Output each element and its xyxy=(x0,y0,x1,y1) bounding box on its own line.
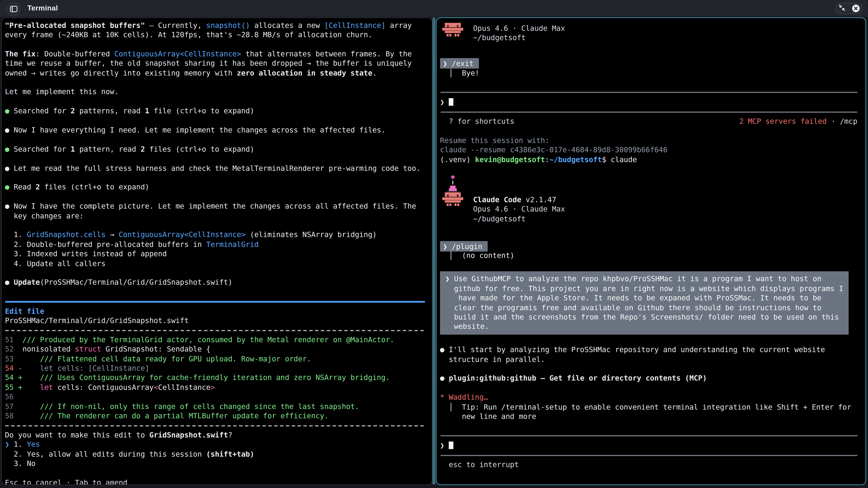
text-segment: 2 xyxy=(70,106,75,115)
text-segment: /// The renderer can do a partial MTLBuf… xyxy=(23,411,329,420)
terminal-line: structure in parallel. xyxy=(440,355,862,364)
separator-line xyxy=(5,301,425,302)
terminal-line: 52 nonisolated struct GridSnapshot: Send… xyxy=(5,345,428,354)
text-segment: * Waddling… xyxy=(440,393,488,401)
text-segment: Do you want to make this edit to xyxy=(5,430,149,439)
blank-line xyxy=(5,135,428,144)
separator xyxy=(440,88,862,97)
text-segment: /// If non-nil, only this range of cells… xyxy=(23,402,359,411)
window-controls xyxy=(835,3,863,14)
claude-mascot-icon xyxy=(442,23,463,37)
separator xyxy=(440,431,862,441)
text-segment: Resume this session with: xyxy=(440,136,549,145)
text-segment: 57 xyxy=(5,402,23,411)
terminal-line: 55 + let cells: ContiguousArray<CellInst… xyxy=(5,383,428,392)
text-segment: (.venv) xyxy=(440,155,475,164)
title-bar: Terminal xyxy=(0,0,868,17)
text-segment: ProSSHMac/Terminal/Grid/GridSnapshot.swi… xyxy=(5,316,189,325)
claude-mascot-icon xyxy=(442,175,463,207)
terminal-line: ● plugin:github:github — Get file or dir… xyxy=(440,374,862,383)
text-segment: ● xyxy=(5,106,14,115)
banner-line: Opus 4.6 · Claude Max xyxy=(473,204,565,214)
text-segment: 51 xyxy=(5,335,23,344)
text-segment: (ProSSHMac/Terminal/Grid/GridSnapshot.sw… xyxy=(40,278,232,287)
text-segment: /// Flattened cell data ready for GPU up… xyxy=(23,354,311,363)
terminal-line: 58 /// The renderer can do a partial MTL… xyxy=(5,411,428,421)
separator xyxy=(440,107,862,117)
blank-line xyxy=(5,268,428,278)
text-segment: 2 MCP servers failed xyxy=(739,117,827,126)
blank-line xyxy=(440,78,862,88)
blank-line xyxy=(440,165,862,174)
text-segment: Now I have everything I need. Let me imp… xyxy=(14,126,385,134)
pane-divider[interactable] xyxy=(432,18,435,485)
text-segment: 2 xyxy=(141,144,145,153)
text-segment: every frame (~240KB at 10K cells). At 12… xyxy=(5,30,372,39)
text-segment: key changes are: xyxy=(5,211,84,220)
text-segment: ● xyxy=(5,183,14,191)
terminal-line: ProSSHMac/Terminal/Grid/GridSnapshot.swi… xyxy=(5,316,428,326)
text-segment: time we reuse a buffer, the old snapshot… xyxy=(5,59,412,67)
command-line: ❯ /plugin xyxy=(440,242,862,251)
text-segment: esc to interrupt xyxy=(440,460,519,469)
text-segment: Read xyxy=(14,183,36,191)
text-cursor xyxy=(449,98,453,106)
text-segment: 1. xyxy=(5,230,27,239)
blank-line xyxy=(5,221,428,230)
text-segment: I'll start by analyzing the ProSSHMac re… xyxy=(449,345,825,354)
terminal-line: new line and more xyxy=(440,412,862,421)
claude-banner: Claude Code v2.1.47Opus 4.6 · Claude Max… xyxy=(440,174,862,232)
terminal-window: Terminal "Pre-allocated snapshot buffers… xyxy=(0,0,868,488)
text-segment: 52 xyxy=(5,345,23,353)
terminal-line: Let me implement this now. xyxy=(5,87,428,97)
text-segment: ~/budgetsoft xyxy=(473,214,526,223)
banner-line: Claude Code v2.1.47 xyxy=(473,195,565,204)
terminal-line: 2. Double-buffered pre-allocated buffers… xyxy=(5,240,428,249)
status-left: ? for shortcuts xyxy=(440,117,515,126)
text-segment: Edit file xyxy=(5,306,44,315)
window-title: Terminal xyxy=(27,4,58,12)
text-segment: ContiguousArray<CellInstance> xyxy=(114,49,241,58)
text-segment: ● xyxy=(5,126,14,134)
terminal-line: 3. No xyxy=(5,459,428,468)
text-segment: Searched for xyxy=(14,106,71,115)
prompt-input[interactable]: ❯ xyxy=(440,97,862,107)
text-segment: files (ctrl+o to expand) xyxy=(40,183,149,191)
blank-line xyxy=(5,78,428,87)
terminal-line: 1. GridSnapshot.cells → ContiguousArray<… xyxy=(5,230,428,240)
separator xyxy=(5,326,428,335)
terminal-line: │ Tip: Run /terminal-setup to enable con… xyxy=(440,402,862,412)
sidebar-toggle-button[interactable] xyxy=(6,2,20,16)
collapse-button[interactable] xyxy=(838,3,846,14)
status-right[interactable]: 2 MCP servers failed · /mcp xyxy=(739,117,857,126)
text-segment: . xyxy=(372,68,377,77)
text-segment: struct xyxy=(75,345,101,353)
terminal-line: claude --resume c4386e3c-017e-4684-89d8-… xyxy=(440,145,862,155)
terminal-line: Resume this session with: xyxy=(440,136,862,145)
text-segment: ~/budgetsoft xyxy=(550,155,602,164)
prompt-input[interactable]: ❯ xyxy=(440,441,862,450)
text-segment: < xyxy=(154,383,158,391)
text-segment: ● xyxy=(440,374,449,383)
separator-line xyxy=(441,111,857,113)
text-segment: Update xyxy=(14,278,40,287)
text-segment: let xyxy=(40,383,53,391)
text-segment: → xyxy=(105,230,119,239)
text-segment: — Currently, xyxy=(145,21,206,29)
terminal-line: ● Let me read the full stress harness an… xyxy=(5,164,428,173)
terminal-line: 54 - let cells: [CellInstance] xyxy=(5,364,428,373)
close-button[interactable] xyxy=(852,4,860,12)
terminal-pane-right[interactable]: Opus 4.6 · Claude Max~/budgetsoft❯ /exit… xyxy=(436,17,866,485)
text-segment: ❯ xyxy=(5,440,14,449)
text-segment: kevin@budgetsoft xyxy=(475,155,545,164)
terminal-pane-left[interactable]: "Pre-allocated snapshot buffers" — Curre… xyxy=(1,17,432,485)
text-segment: GridSnapshot: Sendable { xyxy=(101,345,210,353)
terminal-line: key changes are: xyxy=(5,211,428,221)
collapse-arrows-icon xyxy=(838,4,846,11)
text-segment: 2 xyxy=(36,183,40,191)
terminal-line: │ Bye! xyxy=(440,69,862,78)
blank-line xyxy=(440,126,862,136)
text-segment: snapshot() xyxy=(206,21,250,29)
text-segment: Esc to cancel · Tab to amend xyxy=(5,478,127,485)
blank-line xyxy=(440,383,862,393)
